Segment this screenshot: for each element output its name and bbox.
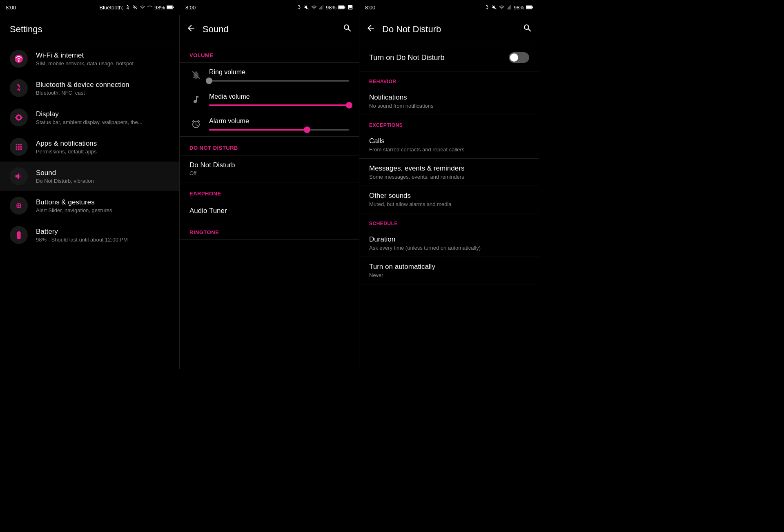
buttons-subtitle: Alert Slider, navigation, gestures xyxy=(36,207,169,213)
settings-list: Wi-Fi & internet SIM, mobile network, da… xyxy=(0,44,179,369)
dnd-toggle-row: Turn on Do Not Disturb xyxy=(359,44,539,71)
dnd-header: Do Not Disturb xyxy=(359,15,539,44)
svg-rect-18 xyxy=(532,7,533,8)
alarm-volume-item: Alarm volume xyxy=(180,112,359,136)
status-icons-1: Bluetooth; 98% xyxy=(99,4,174,11)
wifi-subtitle: SIM, mobile network, data usage, hotspot xyxy=(36,60,169,66)
dnd-menu-item[interactable]: Do Not Disturb Off xyxy=(180,155,359,182)
settings-item-battery[interactable]: Battery 98% - Should last until about 12… xyxy=(0,220,179,250)
wifi-icon-3 xyxy=(499,4,505,10)
alarm-volume-slider[interactable] xyxy=(209,129,349,131)
bluetooth-icon-3 xyxy=(484,4,490,10)
battery-subtitle: 98% - Should last until about 12:00 PM xyxy=(36,237,169,243)
settings-item-buttons[interactable]: Buttons & gestures Alert Slider, navigat… xyxy=(0,191,179,220)
apps-text: Apps & notifications Permissions, defaul… xyxy=(36,140,169,155)
display-title: Display xyxy=(36,110,169,118)
dnd-turnonaut-item[interactable]: Turn on automatically Never xyxy=(359,257,539,284)
time-1: 8:00 xyxy=(6,4,16,11)
dnd-messages-subtitle: Some messages, events, and reminders xyxy=(369,174,529,180)
battery-title: Battery xyxy=(36,228,169,236)
svg-rect-5 xyxy=(319,8,320,9)
bluetooth-subtitle: Bluetooth, NFC, cast xyxy=(36,90,169,96)
bluetooth-icon xyxy=(125,4,131,10)
status-bar-3: 8:00 98% xyxy=(359,0,539,15)
svg-rect-3 xyxy=(167,6,172,9)
status-bar-2: 8:00 98% xyxy=(180,0,359,15)
mute-icon-2 xyxy=(304,4,310,10)
settings-item-display[interactable]: Display Status bar, ambient display, wal… xyxy=(0,103,179,132)
svg-rect-15 xyxy=(509,6,510,10)
bluetooth-settings-icon xyxy=(14,84,23,93)
ring-volume-label: Ring volume xyxy=(209,69,349,76)
settings-item-wifi[interactable]: Wi-Fi & internet SIM, mobile network, da… xyxy=(0,44,179,73)
battery-icon-2 xyxy=(338,5,345,9)
dnd-othersounds-title: Other sounds xyxy=(369,192,529,200)
buttons-item-icon xyxy=(10,197,28,215)
audio-tuner-item[interactable]: Audio Tuner xyxy=(180,201,359,221)
dnd-toggle-knob xyxy=(510,53,518,62)
battery-icon-3 xyxy=(526,5,533,9)
time-3: 8:00 xyxy=(365,4,375,11)
svg-rect-11 xyxy=(339,6,344,9)
dnd-notifications-subtitle: No sound from notifications xyxy=(369,103,529,109)
dnd-turnonaut-subtitle: Never xyxy=(369,272,529,278)
settings-item-apps[interactable]: Apps & notifications Permissions, defaul… xyxy=(0,132,179,162)
status-icons-3: 98% xyxy=(484,4,533,11)
buttons-settings-icon xyxy=(14,201,23,210)
sound-content: VOLUME Ring volume xyxy=(180,44,359,369)
svg-rect-7 xyxy=(321,6,322,10)
sound-title: Sound xyxy=(36,169,169,177)
dnd-section-label: DO NOT DISTURB xyxy=(180,137,359,155)
battery-text-1: 98% xyxy=(154,4,165,11)
alarm-volume-icon xyxy=(189,119,203,129)
status-bars: 8:00 Bluetooth; 98% 8:00 98% 8:00 xyxy=(0,0,539,15)
bluetooth-title: Bluetooth & device connection xyxy=(36,81,169,89)
wifi-item-icon xyxy=(10,50,28,68)
dnd-toggle[interactable] xyxy=(509,52,529,63)
ring-volume-slider[interactable] xyxy=(209,80,349,82)
wifi-text: Wi-Fi & internet SIM, mobile network, da… xyxy=(36,51,169,66)
dnd-duration-item[interactable]: Duration Ask every time (unless turned o… xyxy=(359,230,539,257)
behavior-section-label: BEHAVIOR xyxy=(359,71,539,88)
media-volume-icon xyxy=(189,95,203,104)
dnd-duration-subtitle: Ask every time (unless turned on automat… xyxy=(369,245,529,251)
image-icon xyxy=(347,4,354,10)
svg-rect-2 xyxy=(173,7,174,8)
sound-panel-title: Sound xyxy=(203,24,336,35)
dnd-content: Turn on Do Not Disturb BEHAVIOR Notifica… xyxy=(359,44,539,369)
alarm-volume-label: Alarm volume xyxy=(209,117,349,125)
media-volume-content: Media volume xyxy=(209,93,349,106)
dnd-back-button[interactable] xyxy=(366,23,376,35)
ringtone-section-label: RINGTONE xyxy=(180,221,359,239)
battery-text-2: 98% xyxy=(326,4,336,11)
mute-icon-3 xyxy=(492,4,497,10)
dnd-messages-item[interactable]: Messages, events & reminders Some messag… xyxy=(359,159,539,186)
dnd-search-button[interactable] xyxy=(523,23,532,35)
alarm-volume-content: Alarm volume xyxy=(209,117,349,131)
earphone-section-label: EARPHONE xyxy=(180,182,359,201)
sound-back-button[interactable] xyxy=(186,23,196,35)
media-volume-label: Media volume xyxy=(209,93,349,100)
svg-rect-13 xyxy=(507,8,508,9)
dnd-calls-item[interactable]: Calls From starred contacts and repeat c… xyxy=(359,131,539,159)
time-2: 8:00 xyxy=(185,4,196,11)
status-icons-2: 98% xyxy=(296,4,354,11)
svg-rect-10 xyxy=(345,7,345,8)
sound-item-icon xyxy=(10,167,28,185)
sound-header: Sound xyxy=(180,15,359,44)
dnd-othersounds-item[interactable]: Other sounds Muted, but allow alarms and… xyxy=(359,186,539,213)
settings-item-sound[interactable]: Sound Do Not Disturb, vibration xyxy=(0,162,179,191)
media-volume-slider[interactable] xyxy=(209,104,349,106)
sound-search-button[interactable] xyxy=(343,23,352,35)
settings-panel: Settings Wi-Fi & internet SIM, mobile ne… xyxy=(0,15,180,369)
settings-item-bluetooth[interactable]: Bluetooth & device connection Bluetooth,… xyxy=(0,73,179,103)
display-settings-icon xyxy=(14,113,23,122)
signal-icon-2 xyxy=(318,4,324,10)
sound-text: Sound Do Not Disturb, vibration xyxy=(36,169,169,184)
settings-title: Settings xyxy=(10,24,42,35)
svg-rect-8 xyxy=(323,5,323,9)
dnd-notifications-title: Notifications xyxy=(369,93,529,102)
dnd-notifications-item[interactable]: Notifications No sound from notification… xyxy=(359,88,539,115)
bluetooth-item-icon xyxy=(10,79,28,97)
signal-icon-3 xyxy=(506,4,512,10)
